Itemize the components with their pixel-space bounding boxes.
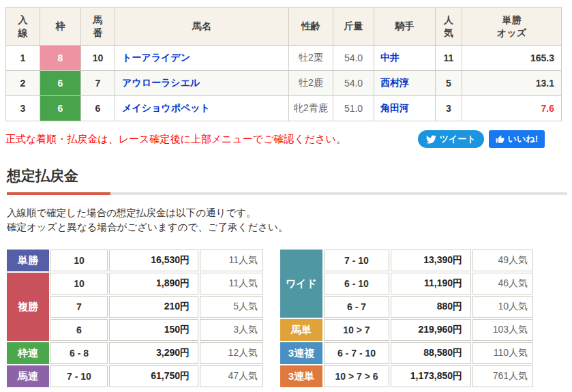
- horse-number: 10: [81, 46, 115, 71]
- bet-type-label-win: 単勝: [7, 250, 49, 271]
- payout-combo: 6: [50, 319, 108, 341]
- payout-row-sanrentan: 3連単 10 > 7 > 6 1,173,850円 761人気: [280, 365, 533, 387]
- jockey-cell: 西村淳: [374, 71, 436, 96]
- finish-position: 2: [6, 71, 40, 96]
- finish-position: 1: [6, 46, 40, 71]
- payout-popularity: 5人気: [200, 296, 263, 318]
- race-results-table: 入 線 枠 馬 番 馬名 性齢 斤量 騎手 人 気 単勝 オッズ 1 8 10 …: [5, 7, 562, 121]
- payout-row-wide-1: ワイド 7 - 10 13,390円 49人気: [280, 250, 533, 271]
- col-header-win-odds: 単勝 オッズ: [462, 7, 562, 46]
- tweet-button-label: ツイート: [440, 133, 476, 145]
- payout-popularity: 46人気: [472, 273, 533, 295]
- payout-row-sanrenpuku: 3連複 6 - 7 - 10 88,580円 110人気: [280, 342, 533, 364]
- payout-description: 入線順で確定した場合の想定払戻金は以下の通りです。 確定オッズと異なる場合がござ…: [7, 206, 572, 235]
- jockey-link[interactable]: 角田河: [380, 102, 409, 113]
- notice-row: 正式な着順・払戻金は、レース確定後に上部メニューでご確認ください。 ツイート い…: [5, 130, 545, 148]
- description-line-1: 入線順で確定した場合の想定払戻金は以下の通りです。: [7, 207, 256, 218]
- payout-table-left: 単勝 10 16,530円 11人気 複勝 10 1,890円 11人気 7 2…: [5, 248, 265, 389]
- official-result-notice: 正式な着順・払戻金は、レース確定後に上部メニューでご確認ください。: [5, 133, 346, 146]
- payout-combo: 7 - 10: [324, 250, 389, 271]
- twitter-bird-icon: [426, 134, 436, 145]
- payout-combo: 7: [50, 296, 108, 318]
- estimated-payout-heading: 想定払戻金: [7, 166, 572, 185]
- payout-row-umatan: 馬単 10 > 7 219,960円 103人気: [280, 319, 533, 341]
- carried-weight: 51.0: [333, 96, 374, 121]
- payout-popularity: 761人気: [472, 365, 533, 387]
- payout-amount: 13,390円: [391, 250, 471, 271]
- description-line-2: 確定オッズと異なる場合がございますので、ご了承ください。: [7, 222, 288, 232]
- col-header-finish: 入 線: [6, 7, 40, 46]
- payout-row-fukusho-1: 複勝 10 1,890円 11人気: [7, 273, 263, 295]
- horse-name-cell: アウローラシエル: [115, 71, 289, 96]
- sex-age: 牡2栗: [289, 46, 333, 71]
- result-row-1: 1 8 10 トーアライデン 牡2栗 54.0 中井 11 165.3: [6, 46, 562, 71]
- payout-combo: 10: [50, 273, 108, 295]
- bet-type-label-bracket-quinella: 枠連: [7, 342, 49, 364]
- payout-popularity: 10人気: [472, 296, 533, 318]
- finish-position: 3: [6, 96, 40, 121]
- payout-popularity: 11人気: [200, 273, 263, 295]
- popularity: 11: [436, 46, 462, 71]
- col-header-weight: 斤量: [333, 7, 374, 46]
- payout-amount: 880円: [391, 296, 471, 318]
- like-button-label: いいね!: [508, 133, 538, 145]
- results-header-row: 入 線 枠 馬 番 馬名 性齢 斤量 騎手 人 気 単勝 オッズ: [6, 7, 562, 46]
- col-header-horse-number: 馬 番: [81, 7, 115, 46]
- horse-name-link[interactable]: トーアライデン: [122, 52, 190, 63]
- carried-weight: 54.0: [333, 71, 374, 96]
- payout-popularity: 12人気: [200, 342, 263, 364]
- race-result-page: 入 線 枠 馬 番 馬名 性齢 斤量 騎手 人 気 単勝 オッズ 1 8 10 …: [0, 0, 572, 392]
- result-row-3: 3 6 6 メイショウポペット 牝2青鹿 51.0 角田河 3 7.6: [6, 96, 562, 121]
- sex-age: 牡2鹿: [289, 71, 333, 96]
- frame-number-badge: 6: [40, 96, 81, 121]
- sex-age: 牝2青鹿: [289, 96, 333, 121]
- popularity: 3: [436, 96, 462, 121]
- thumbs-up-icon: [496, 135, 505, 144]
- payout-popularity: 11人気: [200, 250, 263, 271]
- frame-number-badge: 8: [40, 46, 81, 71]
- col-header-jockey: 騎手: [374, 7, 436, 46]
- bet-type-label-place: 複勝: [7, 273, 49, 341]
- payout-row-wakuren: 枠連 6 - 8 3,290円 12人気: [7, 342, 263, 364]
- win-odds: 7.6: [462, 96, 562, 121]
- payout-amount: 16,530円: [109, 250, 198, 271]
- facebook-like-button[interactable]: いいね!: [489, 130, 545, 148]
- horse-number: 7: [81, 71, 115, 96]
- payout-combo: 10: [50, 250, 108, 271]
- payout-amount: 210円: [109, 296, 198, 318]
- bet-type-label-trifecta: 3連単: [280, 365, 322, 387]
- result-row-2: 2 6 7 アウローラシエル 牡2鹿 54.0 西村淳 5 13.1: [6, 71, 562, 96]
- payout-combo: 6 - 7 - 10: [324, 342, 389, 364]
- bet-type-label-exacta: 馬単: [280, 319, 322, 341]
- col-header-popularity: 人 気: [436, 7, 462, 46]
- horse-number: 6: [81, 96, 115, 121]
- payout-popularity: 110人気: [472, 342, 533, 364]
- bet-type-label-wide: ワイド: [280, 250, 322, 318]
- payout-popularity: 49人気: [472, 250, 533, 271]
- payout-amount: 150円: [109, 319, 198, 341]
- payout-amount: 1,890円: [109, 273, 198, 295]
- payout-popularity: 47人気: [200, 365, 263, 387]
- jockey-link[interactable]: 西村淳: [380, 77, 409, 88]
- payout-combo: 10 > 7: [324, 319, 389, 341]
- horse-name-cell: トーアライデン: [115, 46, 289, 71]
- payout-amount: 61,750円: [109, 365, 198, 387]
- col-header-frame: 枠: [40, 7, 81, 46]
- payout-popularity: 103人気: [472, 319, 533, 341]
- payout-amount: 3,290円: [109, 342, 198, 364]
- horse-name-link[interactable]: アウローラシエル: [122, 77, 200, 88]
- popularity: 5: [436, 71, 462, 96]
- bet-type-label-trio: 3連複: [280, 342, 322, 364]
- jockey-cell: 中井: [374, 46, 436, 71]
- payout-combo: 6 - 8: [50, 342, 108, 364]
- payout-amount: 219,960円: [391, 319, 471, 341]
- payout-amount: 88,580円: [391, 342, 471, 364]
- payout-tables: 単勝 10 16,530円 11人気 複勝 10 1,890円 11人気 7 2…: [5, 248, 572, 389]
- social-buttons: ツイート いいね!: [418, 130, 545, 148]
- payout-combo: 7 - 10: [50, 365, 108, 387]
- heading-divider-accent: [7, 192, 110, 195]
- jockey-link[interactable]: 中井: [380, 52, 400, 63]
- jockey-cell: 角田河: [374, 96, 436, 121]
- horse-name-link[interactable]: メイショウポペット: [122, 102, 210, 113]
- tweet-button[interactable]: ツイート: [418, 130, 484, 148]
